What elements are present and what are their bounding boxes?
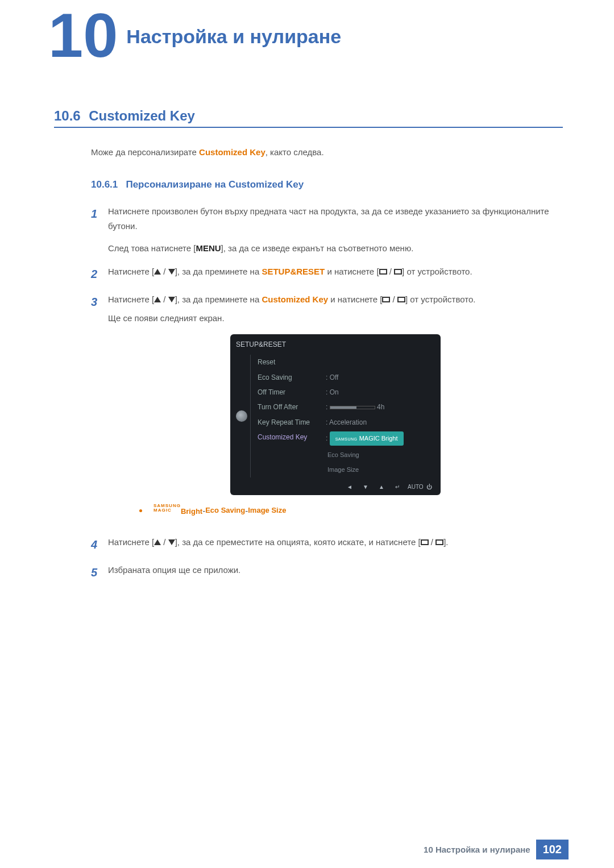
intro-pre: Може да персонализирате <box>91 147 199 157</box>
dial-icon <box>236 410 247 422</box>
section-heading: 10.6 Customized Key <box>54 108 563 128</box>
osd-row-offtimer: Off Timer : On <box>258 385 435 400</box>
step-number: 4 <box>91 535 108 554</box>
arrow-up-icon <box>154 539 161 545</box>
step3-post: ] от устройството. <box>405 294 476 304</box>
osd-title: SETUP&RESET <box>236 339 435 350</box>
osd-row-customized: Customized Key : SAMSUNG MAGIC Bright <box>258 430 435 447</box>
osd-dropdown-option: Image Size <box>258 462 435 477</box>
step3-mid1: ], за да преминете на <box>175 294 262 304</box>
footer-page-number: 102 <box>536 840 569 859</box>
magic-prefix: SAMSUNGMAGIC <box>154 504 181 513</box>
option-magic: SAMSUNGMAGICBright <box>154 504 202 518</box>
screen-icon <box>421 539 429 545</box>
step1-subline: След това натиснете [MENU], за да се изв… <box>108 243 413 253</box>
osd-nav-power-icon: ⏻ <box>424 482 435 492</box>
osd-row-keyrepeat: Key Repeat Time : Acceleration <box>258 415 435 430</box>
osd-value: : On <box>326 387 435 398</box>
step3-subtext: Ще се появи следният екран. <box>108 313 225 323</box>
osd-value: : Off <box>326 372 435 383</box>
arrow-down-icon <box>168 297 175 302</box>
chapter-title: Настройка и нулиране <box>126 26 341 48</box>
step3-keyword: Customized Key <box>262 294 328 304</box>
osd-label: Off Timer <box>258 387 326 398</box>
arrow-down-icon <box>168 539 175 545</box>
menu-button-label: MENU <box>196 243 221 253</box>
step-text: Натиснете произволен бутон върху преднат… <box>108 206 549 231</box>
osd-value <box>326 356 435 368</box>
main-content: Може да персонализирате Customized Key, … <box>91 145 563 591</box>
step-1: 1 Натиснете произволен бутон върху предн… <box>91 204 563 256</box>
osd-value: : 4h <box>326 401 435 413</box>
osd-row-turnoff: Turn Off After : 4h <box>258 400 435 414</box>
step-5: 5 Избраната опция ще се приложи. <box>91 563 563 582</box>
osd-value: : SAMSUNG MAGIC Bright <box>326 431 435 446</box>
osd-label: Reset <box>258 356 326 368</box>
step-number: 1 <box>91 204 108 256</box>
step-2: 2 Натиснете [ / ], за да преминете на SE… <box>91 264 563 284</box>
step2-pre: Натиснете [ <box>108 267 154 276</box>
osd-value: : Acceleration <box>326 417 435 428</box>
osd-option-image: Image Size <box>326 466 359 473</box>
step4-post: ]. <box>443 537 448 547</box>
osd-nav-left-icon: ◄ <box>344 482 355 492</box>
step4-pre: Натиснете [ <box>108 537 154 547</box>
section-number: 10.6 <box>54 108 81 123</box>
osd-navbar: ◄ ▼ ▲ ↵ AUTO ⏻ <box>236 482 435 492</box>
step-number: 3 <box>91 292 108 526</box>
osd-row-eco: Eco Saving : Off <box>258 370 435 385</box>
osd-label: Customized Key <box>258 431 326 446</box>
screen-icon <box>382 297 390 302</box>
arrow-up-icon <box>154 269 161 275</box>
step2-keyword: SETUP&RESET <box>262 267 325 276</box>
step2-mid2: и натиснете [ <box>325 267 379 276</box>
chapter-number: 10 <box>48 9 118 62</box>
intro-paragraph: Може да персонализирате Customized Key, … <box>91 145 563 160</box>
intro-highlight: Customized Key <box>199 147 265 157</box>
enter-icon <box>394 269 402 275</box>
osd-dropdown-option: Eco Saving <box>258 447 435 462</box>
step4-mid: ], за да се преместите на опцията, която… <box>175 537 421 547</box>
intro-post: , както следва. <box>265 147 324 157</box>
arrow-down-icon <box>168 269 175 275</box>
options-bullet: SAMSUNGMAGICBright - Eco Saving - Image … <box>139 504 563 518</box>
subsection-title: Персонализиране на Customized Key <box>126 179 304 190</box>
option-image-size: Image Size <box>248 504 286 517</box>
osd-dropdown-selected: SAMSUNG MAGIC Bright <box>330 431 404 446</box>
step-number: 5 <box>91 563 108 582</box>
osd-screenshot: SETUP&RESET Reset Eco Saving <box>230 334 441 495</box>
osd-row-reset: Reset <box>258 355 435 369</box>
step-number: 2 <box>91 264 108 284</box>
step2-mid1: ], за да преминете на <box>175 267 262 276</box>
enter-icon <box>397 297 405 302</box>
footer-text: 10 Настройка и нулиране <box>424 845 530 854</box>
enter-icon <box>435 539 443 545</box>
osd-option-eco: Eco Saving <box>326 451 359 458</box>
bullet-icon <box>139 509 142 512</box>
step2-post: ] от устройството. <box>402 267 472 276</box>
osd-nav-up-icon: ▲ <box>376 482 387 492</box>
arrow-up-icon <box>154 297 161 302</box>
step-3: 3 Натиснете [ / ], за да преминете на Cu… <box>91 292 563 526</box>
page-header: 10 Настройка и нулиране <box>48 9 614 62</box>
osd-label: Eco Saving <box>258 372 326 383</box>
osd-nav-down-icon: ▼ <box>360 482 371 492</box>
slider-icon <box>330 406 375 409</box>
osd-menu: Reset Eco Saving : Off Off Timer : On <box>250 355 435 477</box>
step1b-post: ], за да се изведе екранът на съответнот… <box>221 243 414 253</box>
section-title: Customized Key <box>89 108 195 123</box>
osd-indicator <box>236 355 250 477</box>
page-footer: 10 Настройка и нулиране 102 <box>424 840 569 859</box>
subsection-heading: 10.6.1 Персонализиране на Customized Key <box>91 177 563 193</box>
osd-nav-auto: AUTO <box>408 482 419 492</box>
osd-label: Turn Off After <box>258 401 326 413</box>
option-eco: Eco Saving <box>205 504 245 517</box>
step1b-pre: След това натиснете [ <box>108 243 196 253</box>
step3-pre: Натиснете [ <box>108 294 154 304</box>
screen-icon <box>379 269 387 275</box>
osd-nav-enter-icon: ↵ <box>392 482 403 492</box>
steps-list: 1 Натиснете произволен бутон върху предн… <box>91 204 563 582</box>
step5-text: Избраната опция ще се приложи. <box>108 565 240 575</box>
step-4: 4 Натиснете [ / ], за да се преместите н… <box>91 535 563 554</box>
subsection-number: 10.6.1 <box>91 179 118 190</box>
